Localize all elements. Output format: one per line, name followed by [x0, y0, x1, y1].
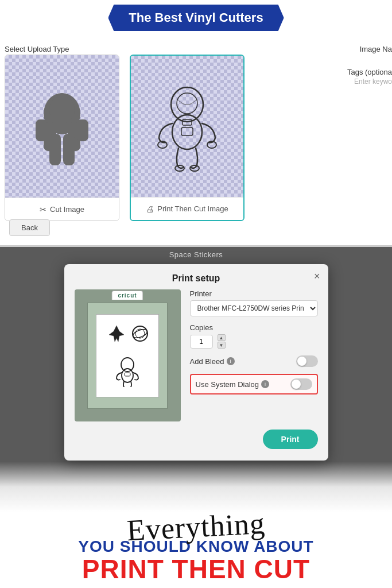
- modal-close-button[interactable]: ×: [314, 271, 320, 281]
- use-system-dialog-label: Use System Dialog i: [196, 380, 270, 389]
- svg-rect-7: [77, 119, 88, 141]
- copies-input[interactable]: [190, 335, 213, 349]
- cut-image-footer: ✂ Cut Image: [5, 198, 119, 220]
- banner-ribbon: The Best Vinyl Cutters: [108, 5, 284, 31]
- print-then-cut-card[interactable]: 🖨 Print Then Cut Image: [130, 55, 244, 221]
- space-stickers-label: Space Stickers: [0, 247, 392, 259]
- print-then-cut-preview: [131, 56, 243, 197]
- svg-point-20: [121, 358, 134, 372]
- use-system-dialog-info-icon[interactable]: i: [261, 380, 269, 388]
- printer-label: Printer: [190, 289, 318, 298]
- cut-image-card[interactable]: ✂ Cut Image: [5, 55, 119, 221]
- svg-rect-6: [36, 119, 47, 141]
- copies-setting: Copies ▲ ▼: [190, 323, 318, 349]
- top-section: The Best Vinyl Cutters Select Upload Typ…: [0, 0, 392, 247]
- use-system-dialog-toggle[interactable]: [290, 378, 312, 390]
- cut-image-label: Cut Image: [50, 205, 84, 214]
- use-system-dialog-toggle-row: Use System Dialog i: [196, 378, 312, 390]
- add-bleed-toggle-row: Add Bleed i: [190, 355, 318, 367]
- print-preview-area: cricut: [75, 289, 181, 421]
- svg-point-21: [122, 369, 133, 382]
- svg-point-9: [177, 93, 197, 114]
- settings-panel: Printer Brother MFC-L2750DW series Print…: [190, 289, 318, 421]
- copies-row: ▲ ▼: [190, 334, 318, 349]
- copies-decrement-button[interactable]: ▼: [218, 342, 226, 349]
- cricut-logo: cricut: [111, 291, 143, 300]
- overlay-text-section: Everything YOU SHOULD KNOW ABOUT PRINT T…: [0, 462, 392, 588]
- copies-spinner: ▲ ▼: [218, 334, 226, 349]
- svg-rect-5: [63, 134, 75, 165]
- use-system-dialog-setting: Use System Dialog i: [190, 374, 318, 394]
- modal-body: cricut: [64, 289, 328, 421]
- upload-type-cards: ✂ Cut Image: [5, 55, 244, 221]
- tags-label: Tags (optiona: [345, 68, 392, 76]
- svg-rect-13: [181, 127, 193, 136]
- tags-placeholder: Enter keywo: [352, 78, 392, 86]
- modal-header: Print setup ×: [64, 264, 328, 289]
- copies-label: Copies: [190, 323, 318, 332]
- sticker-rocket-icon: [107, 324, 127, 343]
- add-bleed-setting: Add Bleed i: [190, 355, 318, 367]
- print-then-cut-headline: PRINT THEN CUT: [82, 556, 310, 582]
- banner-text: The Best Vinyl Cutters: [129, 10, 263, 25]
- copies-increment-button[interactable]: ▲: [218, 334, 226, 341]
- astronaut-silhouette-icon: [28, 82, 96, 171]
- svg-rect-22: [125, 373, 130, 376]
- print-setup-modal: Print setup × cricut: [64, 264, 328, 461]
- svg-point-10: [172, 115, 202, 149]
- printer-select[interactable]: Brother MFC-L2750DW series Printer: [190, 300, 318, 316]
- modal-title: Print setup: [172, 273, 220, 283]
- cursive-everything-text: Everything: [126, 509, 266, 546]
- printer-icon: 🖨: [146, 204, 154, 214]
- add-bleed-label: Add Bleed i: [190, 357, 235, 366]
- back-button[interactable]: Back: [9, 219, 50, 236]
- print-then-cut-label: Print Then Cut Image: [157, 204, 228, 213]
- image-name-label: Image Na: [358, 45, 392, 53]
- preview-mat: cricut: [87, 303, 168, 409]
- add-bleed-info-icon[interactable]: i: [227, 357, 235, 365]
- printer-setting: Printer Brother MFC-L2750DW series Print…: [190, 289, 318, 316]
- svg-point-1: [49, 96, 75, 123]
- print-then-cut-footer: 🖨 Print Then Cut Image: [131, 197, 243, 220]
- preview-paper: [96, 314, 159, 397]
- scissors-icon: ✂: [40, 205, 46, 214]
- sticker-astronaut-icon: [113, 355, 142, 387]
- bottom-section: Space Stickers Print setup × cricut: [0, 247, 392, 588]
- svg-point-17: [133, 326, 148, 341]
- select-upload-type-label: Select Upload Type: [5, 45, 69, 53]
- astronaut-detailed-icon: [150, 80, 224, 172]
- svg-rect-4: [49, 134, 61, 165]
- sticker-planet-icon: [131, 325, 149, 342]
- print-button[interactable]: Print: [263, 430, 318, 449]
- add-bleed-toggle[interactable]: [296, 355, 318, 367]
- cut-image-preview: [5, 55, 119, 198]
